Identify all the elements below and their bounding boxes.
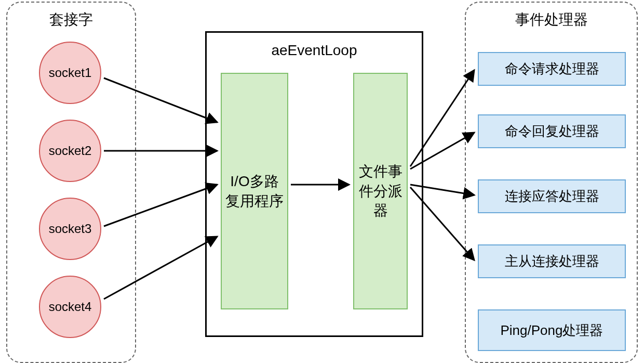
sockets-title: 套接字 <box>7 10 135 30</box>
socket-label: socket2 <box>49 144 92 158</box>
handler-label: 连接应答处理器 <box>505 188 599 205</box>
socket-label: socket1 <box>49 66 92 80</box>
socket-node: socket4 <box>39 276 101 338</box>
socket-node: socket2 <box>39 120 101 182</box>
event-loop-title: aeEventLoop <box>207 42 422 59</box>
socket-node: socket3 <box>39 198 101 260</box>
handler-label: 主从连接处理器 <box>505 253 599 270</box>
dispatcher-label: 文件事件分派器 <box>357 162 404 221</box>
handler-box: 命令回复处理器 <box>478 114 626 148</box>
handler-label: Ping/Pong处理器 <box>501 322 603 339</box>
handlers-title: 事件处理器 <box>466 10 637 30</box>
handler-box: 连接应答处理器 <box>478 179 626 213</box>
handler-label: 命令回复处理器 <box>505 123 599 140</box>
handler-box: 命令请求处理器 <box>478 52 626 86</box>
io-multiplex-box: I/O多路复用程序 <box>221 73 288 309</box>
handler-box: 主从连接处理器 <box>478 244 626 278</box>
handler-box: Ping/Pong处理器 <box>478 309 626 351</box>
socket-node: socket1 <box>39 42 101 104</box>
handler-label: 命令请求处理器 <box>505 60 599 77</box>
socket-label: socket4 <box>49 300 92 314</box>
dispatcher-box: 文件事件分派器 <box>353 73 408 309</box>
io-multiplex-label: I/O多路复用程序 <box>225 172 284 211</box>
socket-label: socket3 <box>49 222 92 236</box>
